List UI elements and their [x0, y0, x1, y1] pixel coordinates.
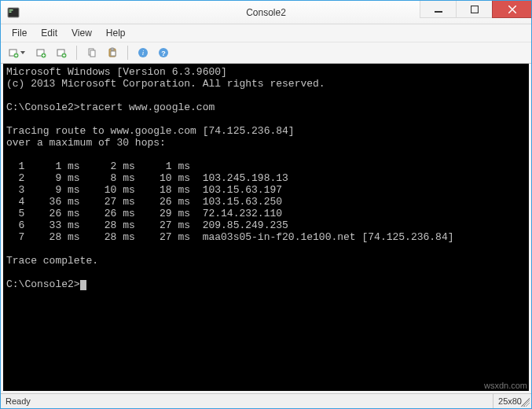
svg-rect-2: [9, 11, 12, 13]
toolbar: i ?: [1, 42, 531, 64]
toolbar-separator: [76, 46, 77, 60]
app-icon: [7, 6, 20, 19]
paste-button[interactable]: [104, 44, 121, 61]
menu-view[interactable]: View: [65, 26, 98, 40]
new-tab-button[interactable]: [6, 44, 29, 61]
maximize-button[interactable]: [456, 1, 492, 18]
svg-rect-3: [435, 11, 442, 13]
console-output[interactable]: Microsoft Windows [Version 6.3.9600] (c)…: [3, 64, 529, 391]
copy-button[interactable]: [83, 44, 101, 61]
menu-edit[interactable]: Edit: [35, 26, 64, 40]
status-bar: Ready 25x80: [1, 393, 531, 408]
menu-help[interactable]: Help: [100, 26, 132, 40]
info-button[interactable]: i: [134, 44, 152, 61]
svg-rect-22: [111, 48, 114, 50]
close-button[interactable]: [492, 1, 531, 18]
svg-rect-14: [43, 54, 44, 57]
chevron-down-icon: [20, 51, 25, 54]
svg-text:?: ?: [161, 50, 166, 57]
menu-file[interactable]: File: [6, 26, 33, 40]
svg-rect-18: [64, 54, 64, 57]
svg-rect-10: [16, 54, 17, 57]
svg-rect-4: [471, 6, 478, 13]
minimize-button[interactable]: [420, 1, 456, 18]
resize-grip[interactable]: [519, 396, 530, 407]
svg-rect-20: [90, 50, 95, 57]
toolbar-separator: [127, 46, 128, 60]
text-cursor: [80, 280, 86, 290]
settings-tab-button[interactable]: [53, 44, 70, 61]
status-text: Ready: [6, 396, 31, 406]
menu-bar: File Edit View Help: [1, 24, 531, 42]
open-console-button[interactable]: [32, 44, 50, 61]
title-bar: Console2: [1, 1, 531, 24]
svg-rect-23: [111, 51, 116, 56]
help-button[interactable]: ?: [155, 44, 172, 61]
svg-rect-1: [9, 9, 13, 11]
